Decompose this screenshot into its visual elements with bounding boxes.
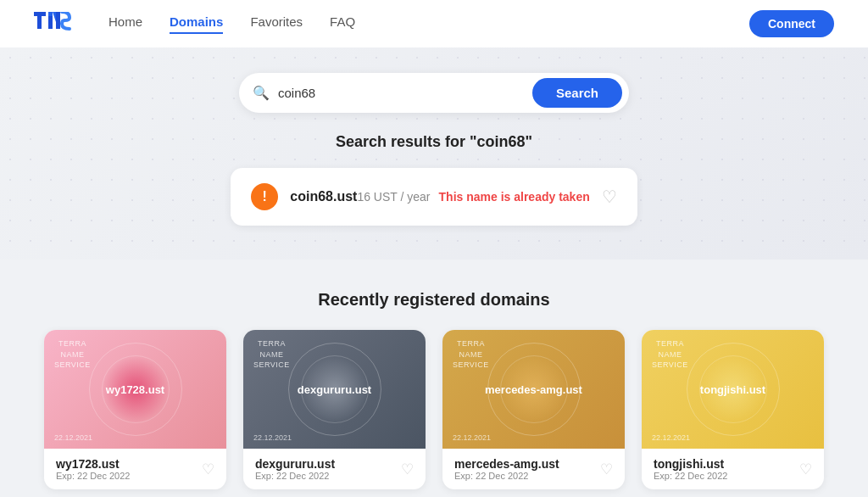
card-domain-display-1: wy1728.ust (99, 383, 171, 396)
card-name-text-4: tongjishi.ust (654, 457, 727, 471)
card-footer-info-3: mercedes-amg.ust Exp: 22 Dec 2022 (454, 457, 559, 481)
svg-rect-1 (37, 12, 42, 29)
result-status: This name is already taken (439, 190, 590, 204)
nav-home[interactable]: Home (108, 14, 142, 34)
card-date-3: 22.12.2021 (453, 433, 491, 442)
card-domain-display-4: tongjishi.ust (693, 383, 772, 396)
card-favorite-2[interactable]: ♡ (401, 461, 414, 478)
result-card: ! coin68.ust 16 UST / year This name is … (231, 168, 637, 226)
card-name-text-1: wy1728.ust (56, 457, 130, 471)
card-domain-display-3: mercedes-amg.ust (478, 383, 589, 396)
card-service-label-2: TERRANAMESERVICE (253, 338, 290, 371)
card-favorite-4[interactable]: ♡ (799, 461, 812, 478)
card-footer-1: wy1728.ust Exp: 22 Dec 2022 ♡ (44, 449, 226, 489)
nav-domains[interactable]: Domains (170, 14, 223, 34)
card-image-2: TERRANAMESERVICE dexgururu.ust 22.12.202… (243, 330, 426, 449)
search-bar: 🔍 Search (239, 73, 629, 113)
card-exp-2: Exp: 22 Dec 2022 (255, 471, 335, 481)
card-image-3: TERRANAMESERVICE mercedes-amg.ust 22.12.… (442, 330, 625, 449)
card-exp-3: Exp: 22 Dec 2022 (454, 471, 559, 481)
nav-faq[interactable]: FAQ (330, 14, 355, 34)
favorite-button[interactable]: ♡ (602, 187, 617, 207)
nav-favorites[interactable]: Favorites (250, 14, 303, 34)
card-domain-display-2: dexgururu.ust (291, 383, 378, 396)
connect-button[interactable]: Connect (749, 10, 834, 37)
card-favorite-3[interactable]: ♡ (600, 461, 613, 478)
domain-cards-grid: TERRANAMESERVICE wy1728.ust 22.12.2021 w… (44, 330, 824, 489)
search-input[interactable] (278, 86, 532, 100)
card-service-label-4: TERRANAMESERVICE (652, 338, 688, 371)
results-section: Search results for "coin68" ! coin68.ust… (214, 113, 654, 226)
card-name-text-3: mercedes-amg.ust (454, 457, 559, 471)
card-image-4: TERRANAMESERVICE tongjishi.ust 22.12.202… (642, 330, 824, 449)
results-title: Search results for "coin68" (231, 133, 637, 151)
header: Home Domains Favorites FAQ Connect (0, 0, 868, 47)
card-name-text-2: dexgururu.ust (255, 457, 335, 471)
card-image-1: TERRANAMESERVICE wy1728.ust 22.12.2021 (44, 330, 226, 449)
result-domain-name: coin68.ust (290, 189, 357, 204)
card-footer-3: mercedes-amg.ust Exp: 22 Dec 2022 ♡ (442, 449, 625, 489)
card-exp-4: Exp: 22 Dec 2022 (654, 471, 727, 481)
result-price: 16 UST / year (357, 190, 430, 204)
card-date-2: 22.12.2021 (253, 433, 292, 442)
card-service-label-3: TERRANAMESERVICE (453, 338, 489, 371)
result-icon: ! (251, 183, 278, 210)
domain-card-3: TERRANAMESERVICE mercedes-amg.ust 22.12.… (442, 330, 625, 489)
card-favorite-1[interactable]: ♡ (202, 461, 214, 478)
logo (34, 12, 75, 36)
svg-rect-5 (56, 12, 60, 29)
domain-card-4: TERRANAMESERVICE tongjishi.ust 22.12.202… (642, 330, 824, 489)
search-icon: 🔍 (253, 85, 270, 101)
recent-title: Recently registered domains (44, 290, 824, 310)
domain-card-2: TERRANAMESERVICE dexgururu.ust 22.12.202… (243, 330, 426, 489)
domain-card-1: TERRANAMESERVICE wy1728.ust 22.12.2021 w… (44, 330, 226, 489)
card-footer-4: tongjishi.ust Exp: 22 Dec 2022 ♡ (642, 449, 824, 489)
main-nav: Home Domains Favorites FAQ (108, 14, 749, 34)
search-section: 🔍 Search Search results for "coin68" ! c… (0, 47, 868, 260)
recent-section: Recently registered domains TERRANAMESER… (27, 260, 841, 497)
card-date-4: 22.12.2021 (652, 433, 690, 442)
card-date-1: 22.12.2021 (54, 433, 92, 442)
card-footer-info-1: wy1728.ust Exp: 22 Dec 2022 (56, 457, 130, 481)
card-footer-2: dexgururu.ust Exp: 22 Dec 2022 ♡ (243, 449, 426, 489)
search-button[interactable]: Search (532, 78, 622, 108)
svg-rect-3 (48, 12, 53, 16)
card-footer-info-2: dexgururu.ust Exp: 22 Dec 2022 (255, 457, 335, 481)
svg-marker-4 (53, 12, 56, 22)
card-exp-1: Exp: 22 Dec 2022 (56, 471, 130, 481)
card-footer-info-4: tongjishi.ust Exp: 22 Dec 2022 (654, 457, 727, 481)
card-service-label-1: TERRANAMESERVICE (54, 338, 91, 371)
